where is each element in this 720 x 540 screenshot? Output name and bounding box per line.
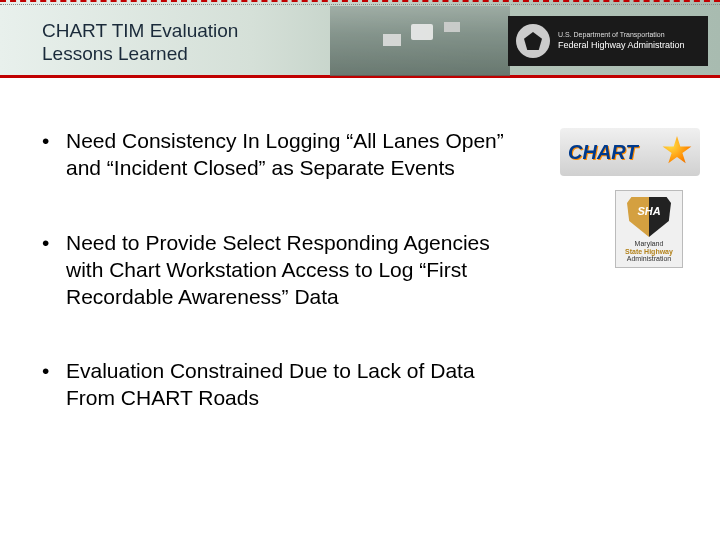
sha-logo-text: Maryland State Highway Administration (625, 240, 673, 263)
slide-header: CHART TIM Evaluation Lessons Learned U.S… (0, 0, 720, 78)
bullet-text: Need to Provide Select Responding Agenci… (66, 230, 522, 311)
fhwa-logo-block: U.S. Department of Transportation Federa… (508, 16, 708, 66)
side-logos: CHART Maryland State Highway Administrat… (560, 128, 700, 268)
chart-logo: CHART (560, 128, 700, 176)
slide-body: • Need Consistency In Logging “All Lanes… (42, 128, 522, 460)
header-photo (330, 6, 510, 76)
bullet-marker-icon: • (42, 230, 66, 311)
chart-logo-text: CHART (568, 141, 638, 164)
bullet-item: • Need Consistency In Logging “All Lanes… (42, 128, 522, 182)
bullet-text: Evaluation Constrained Due to Lack of Da… (66, 358, 522, 412)
agency-line-2: Federal Highway Administration (558, 40, 685, 51)
agency-line-1: U.S. Department of Transportation (558, 31, 685, 39)
usdot-seal-icon (516, 24, 550, 58)
bullet-marker-icon: • (42, 358, 66, 412)
title-line-1: CHART TIM Evaluation (42, 20, 238, 43)
sha-line-1: Maryland (635, 240, 664, 247)
sha-logo: Maryland State Highway Administration (615, 190, 683, 268)
bullet-item: • Evaluation Constrained Due to Lack of … (42, 358, 522, 412)
bullet-item: • Need to Provide Select Responding Agen… (42, 230, 522, 311)
fhwa-text: U.S. Department of Transportation Federa… (558, 31, 685, 50)
sha-shield-icon (627, 197, 671, 237)
bullet-marker-icon: • (42, 128, 66, 182)
sha-line-3: Administration (627, 255, 671, 262)
sha-line-2: State Highway (625, 248, 673, 255)
bullet-text: Need Consistency In Logging “All Lanes O… (66, 128, 522, 182)
slide-title: CHART TIM Evaluation Lessons Learned (42, 20, 238, 66)
title-line-2: Lessons Learned (42, 43, 238, 66)
